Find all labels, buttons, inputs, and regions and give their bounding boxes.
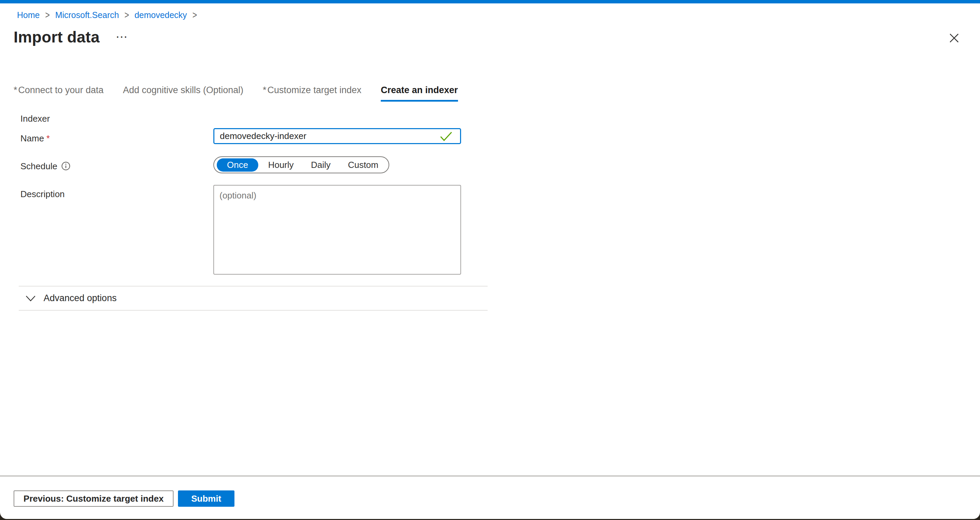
schedule-option-daily[interactable]: Daily xyxy=(304,159,338,171)
indexer-name-input[interactable] xyxy=(213,128,461,144)
import-data-panel: Home > Microsoft.Search > demovedecky > … xyxy=(0,0,980,519)
tab-label: Customize target index xyxy=(267,85,361,95)
more-options-button[interactable]: ··· xyxy=(115,30,130,44)
schedule-option-hourly[interactable]: Hourly xyxy=(261,159,301,171)
required-asterisk: * xyxy=(46,133,50,143)
tab-customize-target-index[interactable]: *Customize target index xyxy=(263,85,361,101)
previous-step-button[interactable]: Previous: Customize target index xyxy=(14,490,173,507)
name-label-text: Name xyxy=(21,133,44,143)
breadcrumb-separator-icon: > xyxy=(45,10,50,21)
footer-divider xyxy=(0,476,980,477)
breadcrumb-separator-icon: > xyxy=(124,10,129,21)
divider xyxy=(19,286,488,287)
breadcrumb-link-home[interactable]: Home xyxy=(17,10,40,20)
wizard-tabs: *Connect to your data Add cognitive skil… xyxy=(14,85,458,101)
validation-success-check-icon xyxy=(440,131,453,141)
breadcrumb-link-microsoft-search[interactable]: Microsoft.Search xyxy=(55,10,119,20)
advanced-options-label: Advanced options xyxy=(43,293,117,303)
description-field-label: Description xyxy=(21,189,65,200)
submit-button[interactable]: Submit xyxy=(178,490,234,507)
info-icon[interactable] xyxy=(61,162,70,171)
close-icon xyxy=(948,32,960,44)
schedule-option-custom[interactable]: Custom xyxy=(340,159,386,171)
close-button[interactable] xyxy=(945,29,963,47)
breadcrumb: Home > Microsoft.Search > demovedecky > xyxy=(17,10,202,20)
tab-label: Connect to your data xyxy=(18,85,104,95)
description-textarea[interactable] xyxy=(213,185,461,274)
chevron-down-icon xyxy=(25,295,36,302)
tab-label: Create an indexer xyxy=(381,85,458,95)
breadcrumb-link-demovedecky[interactable]: demovedecky xyxy=(134,10,187,20)
tab-add-cognitive-skills[interactable]: Add cognitive skills (Optional) xyxy=(123,85,243,101)
page-title: Import data xyxy=(14,28,100,46)
azure-top-accent-bar xyxy=(0,0,980,3)
schedule-option-once[interactable]: Once xyxy=(217,159,258,172)
tab-connect-to-your-data[interactable]: *Connect to your data xyxy=(14,85,103,101)
tab-label: Add cognitive skills (Optional) xyxy=(123,85,243,95)
name-field-label: Name* xyxy=(21,133,50,144)
schedule-field-label: Schedule xyxy=(21,161,70,172)
divider xyxy=(19,310,488,311)
schedule-toggle-group: Once Hourly Daily Custom xyxy=(213,156,389,173)
section-title-indexer: Indexer xyxy=(21,114,50,124)
advanced-options-toggle[interactable]: Advanced options xyxy=(24,292,118,305)
required-asterisk: * xyxy=(263,85,266,95)
breadcrumb-separator-icon: > xyxy=(192,10,197,21)
schedule-label-text: Schedule xyxy=(21,161,57,171)
tab-create-an-indexer[interactable]: Create an indexer xyxy=(381,85,458,101)
required-asterisk: * xyxy=(14,85,18,95)
